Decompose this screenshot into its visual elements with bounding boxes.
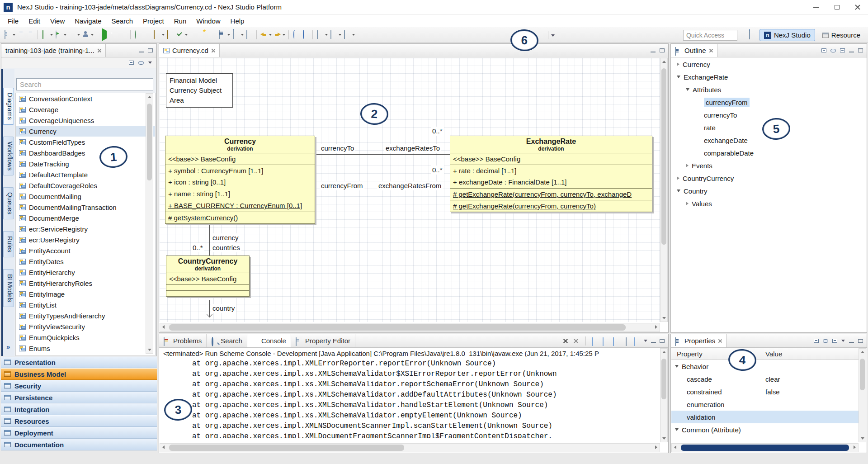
menu-search[interactable]: Search	[106, 16, 138, 26]
tree-node-currency-from-selected[interactable]: currencyFrom	[671, 96, 866, 109]
close-button[interactable]	[847, 0, 868, 14]
sort-icon[interactable]	[840, 48, 845, 52]
scroll-left-icon[interactable]	[674, 445, 676, 449]
close-tab-icon[interactable]	[211, 48, 215, 52]
remove-launch-icon[interactable]	[562, 338, 569, 344]
query-button[interactable]	[193, 29, 203, 41]
save-all-button[interactable]	[26, 29, 35, 41]
tab-console[interactable]: Console	[247, 334, 291, 347]
redo-button[interactable]	[301, 29, 310, 41]
minimize-view-icon[interactable]	[139, 48, 144, 52]
maximize-view-icon[interactable]	[660, 48, 665, 52]
explorer-scrollbar[interactable]	[146, 93, 153, 354]
collapse-all-icon[interactable]	[129, 61, 134, 65]
scheme-console-button[interactable]	[109, 29, 118, 41]
user-button[interactable]	[81, 29, 94, 41]
minimize-view-icon[interactable]	[849, 339, 854, 343]
property-row-validation-selected[interactable]: validation	[671, 411, 859, 423]
role-label-exchange-rates-from[interactable]: exchangeRatesFrom	[377, 181, 443, 190]
layer-tab-queues[interactable]: Queues	[3, 187, 14, 219]
forward-button[interactable]	[273, 29, 286, 41]
role-label-countries[interactable]: countries	[211, 243, 241, 252]
save-button[interactable]	[16, 29, 26, 41]
properties-tab[interactable]: Properties	[671, 334, 726, 347]
new-wizard-button[interactable]	[3, 29, 16, 41]
diagram-note[interactable]: Financial Model Currency Subject Area	[166, 73, 233, 108]
collapsed-icon[interactable]	[686, 202, 689, 205]
editor-vertical-scrollbar[interactable]	[660, 58, 668, 322]
association-line-countries[interactable]	[209, 225, 210, 256]
layer-tab-bi-models[interactable]: BI Models	[3, 269, 14, 307]
menu-project[interactable]: Project	[138, 16, 169, 26]
list-item[interactable]: EnumQuickpicks	[16, 332, 155, 343]
run-config-button[interactable]	[54, 29, 67, 41]
collapsed-icon[interactable]	[677, 62, 679, 66]
maximize-view-icon[interactable]	[148, 48, 153, 52]
section-security[interactable]: Security	[1, 380, 157, 392]
minimize-view-icon[interactable]	[849, 48, 854, 52]
section-business-model[interactable]: Business Model	[1, 368, 157, 380]
table-layout-button[interactable]	[329, 29, 342, 41]
list-item[interactable]: ecr:ServiceRegistry	[16, 223, 155, 234]
grid-view-button[interactable]	[245, 29, 254, 41]
tree-node-values[interactable]: Values	[671, 197, 866, 210]
class-box-exchange-rate[interactable]: ExchangeRate derivation <<base>> BaseCon…	[450, 136, 652, 212]
class-static-attribute[interactable]: + BASE_CURRENCY : CurrencyEnum [0..1]	[165, 200, 315, 212]
scroll-down-icon[interactable]	[662, 437, 666, 440]
open-perspective-icon[interactable]	[749, 29, 750, 39]
property-value[interactable]	[762, 398, 859, 411]
menu-window[interactable]: Window	[191, 16, 225, 26]
list-item[interactable]: Enums	[16, 343, 155, 354]
console-vertical-scrollbar[interactable]	[660, 348, 668, 442]
property-value[interactable]: clear	[762, 373, 859, 385]
view-menu-icon[interactable]	[148, 62, 152, 64]
perspective-nexj-studio[interactable]: n NexJ Studio	[760, 29, 815, 41]
menu-edit[interactable]: Edit	[24, 16, 45, 26]
editor-horizontal-scrollbar[interactable]	[160, 323, 660, 332]
section-persistence[interactable]: Persistence	[1, 392, 157, 403]
scrollbar-thumb[interactable]	[860, 359, 865, 390]
wizard-button[interactable]	[203, 29, 212, 41]
explorer-search-input[interactable]	[16, 78, 153, 90]
editor-tab-currency-cd[interactable]: Currency.cd	[159, 44, 220, 57]
properties-horizontal-scrollbar[interactable]	[671, 443, 859, 452]
property-row-constrained[interactable]: constrained false	[671, 385, 859, 398]
undo-button[interactable]	[291, 29, 301, 41]
package-button[interactable]	[165, 29, 175, 41]
collapse-all-icon[interactable]	[821, 48, 826, 52]
class-base[interactable]: <<base>> BaseConfig	[166, 273, 249, 284]
list-item[interactable]: DefaultActTemplate	[16, 169, 155, 180]
menu-run[interactable]: Run	[169, 16, 192, 26]
list-item[interactable]: EntityAccount	[16, 245, 155, 256]
scroll-up-icon[interactable]	[662, 61, 666, 63]
list-item[interactable]: EntityViewSecurity	[16, 321, 155, 332]
scroll-up-icon[interactable]	[148, 96, 151, 98]
collapsed-icon[interactable]	[686, 164, 689, 167]
toolbar-overflow[interactable]	[548, 31, 555, 39]
stop-button[interactable]	[118, 29, 128, 41]
close-tab-icon[interactable]	[97, 48, 101, 52]
list-item-currency-selected[interactable]: Currency	[16, 126, 155, 137]
tab-search[interactable]: Search	[207, 334, 247, 347]
maximize-view-icon[interactable]	[858, 339, 863, 343]
model-library-button[interactable]	[152, 29, 165, 41]
property-category-common-attribute[interactable]: Common (Attribute)	[671, 423, 859, 436]
class-attribute[interactable]: + rate : decimal [1..1]	[450, 165, 652, 176]
tab-property-editor[interactable]: Property Editor	[291, 334, 355, 347]
list-item[interactable]: DashboardBadges	[16, 147, 155, 158]
property-category-behavior[interactable]: Behavior	[671, 360, 859, 373]
maximize-button[interactable]	[826, 0, 847, 14]
scroll-down-icon[interactable]	[662, 317, 666, 319]
tree-node-country-currency[interactable]: CountryCurrency	[671, 172, 866, 185]
outline-tab[interactable]: Outline	[671, 44, 717, 57]
tree-node-events[interactable]: Events	[671, 159, 866, 172]
minimize-view-icon[interactable]	[651, 339, 656, 343]
expanded-icon[interactable]	[677, 76, 680, 78]
section-integration[interactable]: Integration	[1, 403, 157, 415]
explorer-tab[interactable]: training-103-jade (training-1...	[1, 44, 106, 57]
debug-button[interactable]	[40, 29, 54, 41]
property-row-enumeration[interactable]: enumeration	[671, 398, 859, 411]
scroll-down-icon[interactable]	[148, 349, 151, 351]
properties-vertical-scrollbar[interactable]	[859, 348, 866, 442]
list-item[interactable]: ConversationContext	[16, 93, 155, 104]
